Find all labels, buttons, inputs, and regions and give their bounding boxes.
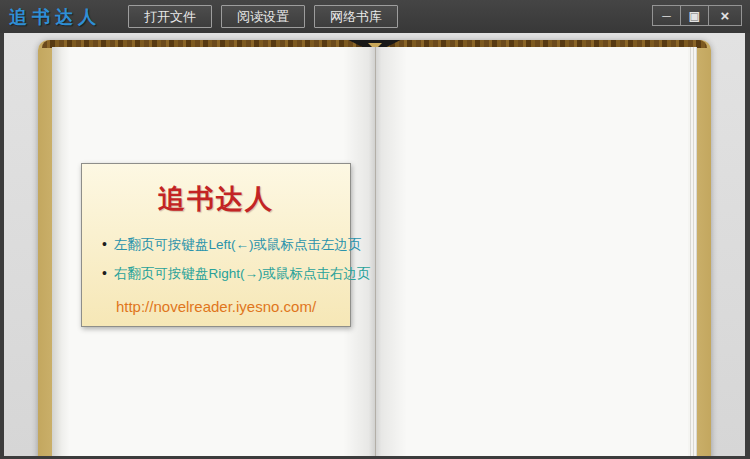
window-controls: ─ ▣ × [653,5,742,26]
minimize-button[interactable]: ─ [652,5,681,26]
hint-card-title: 追书达人 [82,181,350,217]
maximize-icon: ▣ [689,9,700,23]
close-button[interactable]: × [708,5,742,26]
app-title: 追书达人 [9,5,101,29]
open-file-button[interactable]: 打开文件 [128,5,212,28]
app-window: 追书达人 打开文件 阅读设置 网络书库 ─ ▣ × [0,0,750,459]
hint-item-left-page: 左翻页可按键盘Left(←)或鼠标点击左边页 [102,230,350,259]
right-page-stack [688,47,697,456]
minimize-icon: ─ [662,9,671,23]
book-gutter-line [375,47,376,456]
online-library-button[interactable]: 网络书库 [314,5,398,28]
reading-settings-button[interactable]: 阅读设置 [221,5,305,28]
hint-card: 追书达人 左翻页可按键盘Left(←)或鼠标点击左边页 右翻页可按键盘Right… [81,163,351,327]
right-page[interactable] [375,47,698,456]
hint-list: 左翻页可按键盘Left(←)或鼠标点击左边页 右翻页可按键盘Right(→)或鼠… [102,230,350,287]
maximize-button[interactable]: ▣ [680,5,709,26]
hint-item-right-page: 右翻页可按键盘Right(→)或鼠标点击右边页 [102,259,350,288]
close-icon: × [721,7,730,24]
website-url: http://novelreader.iyesno.com/ [82,298,350,315]
workspace: 追书达人 左翻页可按键盘Left(←)或鼠标点击左边页 右翻页可按键盘Right… [4,33,745,456]
toolbar: 打开文件 阅读设置 网络书库 [128,5,398,28]
titlebar[interactable]: 追书达人 打开文件 阅读设置 网络书库 ─ ▣ × [0,0,750,33]
left-page-edge [52,47,70,456]
